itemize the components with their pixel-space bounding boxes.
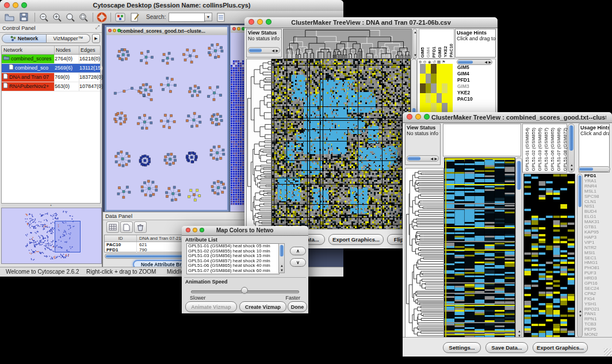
matrix-cell[interactable] bbox=[426, 103, 431, 113]
matrix-cell[interactable] bbox=[431, 93, 437, 103]
minimize-button[interactable] bbox=[257, 19, 263, 25]
tab-vizmapper[interactable]: VizMapper™ bbox=[47, 34, 90, 43]
tab-overflow-button[interactable]: ▶ bbox=[92, 34, 100, 43]
attribute-list-vscrollbar[interactable]: ▲▼ bbox=[278, 243, 285, 273]
create-vizmap-button[interactable]: Create Vizmap bbox=[239, 301, 286, 312]
tv2-row-dendrogram[interactable] bbox=[405, 168, 444, 339]
resize-grip[interactable] bbox=[604, 348, 611, 356]
matrix-cell[interactable] bbox=[447, 103, 453, 113]
tv1-export-graphics-button[interactable]: Export Graphics... bbox=[328, 234, 384, 245]
network-table-row[interactable]: DNA and Tran 07769(0)183728(0) bbox=[2, 73, 100, 82]
new-attribute-button[interactable] bbox=[120, 221, 133, 233]
scroll-thumb[interactable] bbox=[249, 48, 262, 52]
done-button[interactable]: Done bbox=[288, 301, 307, 312]
tv1-gene-label[interactable]: GIM5 bbox=[457, 64, 473, 71]
matrix-cell[interactable] bbox=[442, 93, 447, 103]
network-graph-canvas[interactable] bbox=[106, 35, 227, 209]
minimize-button[interactable] bbox=[13, 2, 18, 8]
attribute-listbox[interactable]: GPL51-01 (GSM854) heat shock 05 minGPL51… bbox=[186, 243, 280, 274]
matrix-cell[interactable] bbox=[447, 83, 453, 93]
network-table-row[interactable]: combined_scores2764(0)16218(0) bbox=[2, 55, 100, 64]
select-attributes-button[interactable] bbox=[106, 221, 119, 233]
scroll-thumb[interactable] bbox=[578, 175, 582, 207]
tv2-column-label[interactable]: GPL51-04 (GSM857) bbox=[544, 128, 549, 171]
float-panel-icon[interactable]: ⤢ bbox=[95, 24, 100, 30]
dp-col-id[interactable]: ID bbox=[105, 235, 137, 242]
zoom-button[interactable] bbox=[266, 19, 271, 25]
attribute-browser-icon[interactable] bbox=[216, 13, 227, 24]
matrix-cell[interactable] bbox=[442, 74, 447, 83]
dialog-titlebar[interactable]: Map Colors to Network bbox=[182, 226, 308, 236]
delete-attribute-button[interactable] bbox=[134, 221, 147, 233]
network-overview-panel[interactable] bbox=[1, 208, 102, 264]
matrix-cell[interactable] bbox=[437, 83, 442, 93]
minimize-button[interactable] bbox=[415, 114, 421, 120]
vizmapper-shortcut-icon[interactable] bbox=[115, 13, 125, 24]
zoom-in-icon[interactable] bbox=[52, 13, 62, 24]
help-lifesaver-icon[interactable] bbox=[97, 12, 107, 25]
cytoscape-titlebar[interactable]: Cytoscape Desktop (Session Name: collins… bbox=[0, 0, 343, 12]
minimize-button[interactable] bbox=[237, 27, 240, 30]
network-view-titlebar[interactable]: combined_scores_good.txt--cluste... bbox=[106, 27, 227, 36]
matrix-cell[interactable] bbox=[442, 103, 447, 113]
scroll-thumb[interactable] bbox=[458, 60, 473, 64]
matrix-cell[interactable] bbox=[437, 93, 442, 103]
col-header-network[interactable]: Network bbox=[2, 46, 55, 54]
tv2-zoom-heatmap-canvas[interactable] bbox=[523, 174, 575, 339]
minimize-button[interactable] bbox=[193, 228, 197, 232]
open-file-icon[interactable] bbox=[5, 13, 14, 24]
zoom-button[interactable] bbox=[424, 114, 430, 120]
scroll-thumb[interactable] bbox=[569, 125, 573, 151]
matrix-cell[interactable] bbox=[447, 93, 453, 103]
zoom-button[interactable] bbox=[21, 2, 27, 8]
matrix-cell[interactable] bbox=[431, 74, 437, 83]
matrix-cell[interactable] bbox=[442, 83, 447, 93]
tab-network[interactable]: Network bbox=[2, 34, 47, 43]
tv2-settings-button[interactable]: Settings... bbox=[443, 342, 481, 353]
scroll-thumb[interactable] bbox=[517, 161, 521, 190]
network-overview-canvas[interactable] bbox=[2, 208, 100, 262]
matrix-cell[interactable] bbox=[420, 103, 426, 113]
matrix-cell[interactable] bbox=[447, 64, 453, 74]
matrix-cell[interactable] bbox=[431, 103, 437, 113]
matrix-cell[interactable] bbox=[420, 93, 426, 103]
tv1-gene-label[interactable]: PAC10 bbox=[457, 96, 473, 102]
panel-splitter[interactable]: ▴ bbox=[1, 204, 101, 207]
matrix-cell[interactable] bbox=[431, 64, 437, 74]
tv1-column-label[interactable]: GIM4 bbox=[426, 47, 431, 58]
close-button[interactable] bbox=[186, 228, 190, 232]
matrix-cell[interactable] bbox=[426, 93, 431, 103]
tv1-gene-label[interactable]: GIM4 bbox=[457, 71, 473, 77]
tv1-gene-label[interactable]: PFD1 bbox=[457, 77, 473, 83]
move-attribute-down-button[interactable]: ∨ bbox=[290, 258, 306, 267]
scroll-thumb[interactable] bbox=[280, 245, 284, 256]
matrix-cell[interactable] bbox=[431, 83, 437, 93]
attribute-list-item[interactable]: GPL51-07 (GSM868) heat shock 60 min bbox=[187, 269, 279, 274]
tv2-genelist-vscrollbar[interactable]: ▲▼ bbox=[577, 174, 583, 338]
matrix-cell[interactable] bbox=[420, 74, 426, 83]
tv2-genelist-hscrollbar[interactable] bbox=[578, 166, 610, 172]
matrix-cell[interactable] bbox=[426, 64, 431, 74]
network-table-row[interactable]: RNAPuberNov2+563(0)107847(0) bbox=[2, 82, 100, 91]
matrix-cell[interactable] bbox=[437, 74, 442, 83]
zoom-button[interactable] bbox=[200, 228, 204, 232]
matrix-cell[interactable] bbox=[447, 74, 453, 83]
tv2-column-label[interactable]: GPL51-02 (GSM855) bbox=[531, 128, 536, 171]
tv1-gene-label[interactable]: YKE2 bbox=[457, 90, 473, 96]
col-header-edges[interactable]: Edges bbox=[79, 46, 104, 54]
treeview1-titlebar[interactable]: ClusterMaker TreeView : DNA and Tran 07-… bbox=[244, 17, 498, 28]
tv2-column-label[interactable]: GPL51-08 (GSM872) bbox=[563, 128, 568, 171]
matrix-cell[interactable] bbox=[426, 83, 431, 93]
matrix-cell[interactable] bbox=[442, 64, 447, 74]
close-button[interactable] bbox=[248, 19, 254, 25]
tv2-status-scrollbar[interactable]: ◀▶ bbox=[407, 155, 439, 162]
tv2-heatmap-canvas[interactable] bbox=[444, 158, 515, 339]
tv1-column-label[interactable]: YKE2 bbox=[443, 46, 448, 58]
close-button[interactable] bbox=[232, 27, 236, 30]
slider-thumb[interactable] bbox=[241, 287, 248, 294]
tv2-column-label[interactable]: GPL51-01 (GSM854) bbox=[525, 128, 530, 171]
close-button[interactable] bbox=[4, 2, 10, 8]
close-button[interactable] bbox=[407, 114, 412, 120]
network-view-2-titlebar[interactable] bbox=[231, 25, 246, 33]
tv2-export-graphics-button[interactable]: Export Graphics... bbox=[533, 342, 588, 353]
